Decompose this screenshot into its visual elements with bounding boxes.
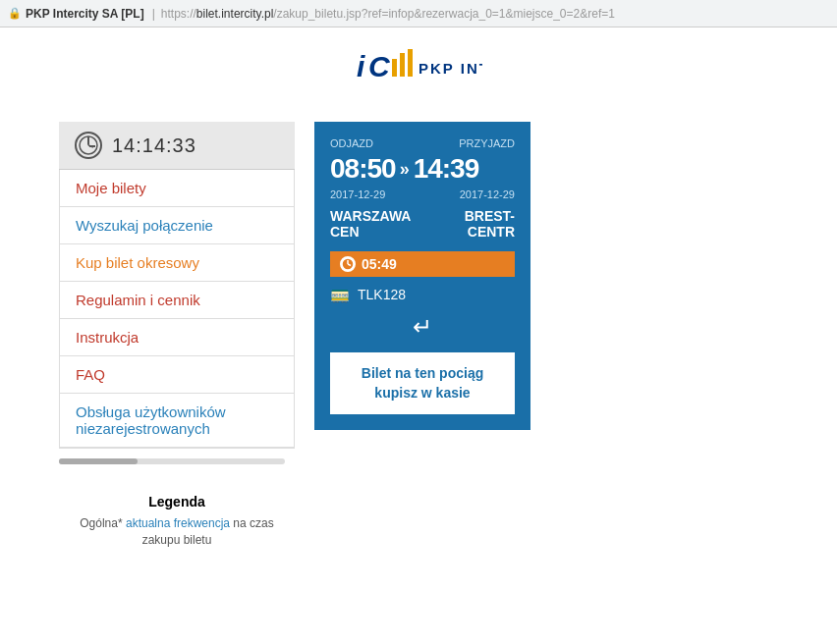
duration-time: 05:49 xyxy=(362,256,397,272)
legend-title: Legenda xyxy=(69,494,285,510)
sidebar: 14:14:33 Moje bilety Wyszukaj połączenie… xyxy=(59,122,295,549)
svg-text:i: i xyxy=(357,50,365,82)
nav-wyszukaj[interactable]: Wyszukaj połączenie xyxy=(60,207,294,244)
time-widget: 14:14:33 xyxy=(59,122,295,170)
lock-icon: 🔒 xyxy=(8,7,22,20)
train-number: TLK128 xyxy=(358,287,406,302)
clock-icon xyxy=(75,132,102,159)
departure-date: 2017-12-29 xyxy=(330,188,385,200)
url-bar[interactable]: https://bilet.intercity.pl/zakup_biletu.… xyxy=(161,7,615,21)
nav-obsluga[interactable]: Obsługa użytkowników niezarejestrowanych xyxy=(60,394,294,448)
journey-dates: 2017-12-29 2017-12-29 xyxy=(330,188,515,200)
svg-rect-2 xyxy=(392,59,397,77)
duration-clock-icon xyxy=(340,256,356,272)
main-container: 14:14:33 Moje bilety Wyszukaj połączenie… xyxy=(0,102,837,568)
departure-label: ODJAZD xyxy=(330,137,373,149)
nav-kup-bilet[interactable]: Kup bilet okresowy xyxy=(60,244,294,282)
header: i C PKP INTERCITY xyxy=(0,27,837,102)
arrival-date: 2017-12-29 xyxy=(460,188,515,200)
departure-time: 08:50 xyxy=(330,153,396,185)
buy-button[interactable]: Bilet na ten pociąg kupisz w kasie xyxy=(330,352,515,414)
nav-moje-bilety[interactable]: Moje bilety xyxy=(60,170,294,207)
url-prefix: https:// xyxy=(161,7,196,21)
legend-section: Legenda Ogólna* aktualna frekwencja na c… xyxy=(59,494,295,549)
arrival-time: 14:39 xyxy=(414,153,479,185)
nav-faq[interactable]: FAQ xyxy=(60,356,294,394)
seat-icon-area: ↵ xyxy=(330,313,515,341)
time-display: 14:14:33 xyxy=(112,134,196,157)
nav-regulamin[interactable]: Regulamin i cennik xyxy=(60,282,294,319)
arrival-label: PRZYJAZD xyxy=(459,137,515,149)
url-domain: bilet.intercity.pl xyxy=(196,7,273,21)
departure-station: WARSZAWA CEN xyxy=(330,208,429,240)
journey-times: 08:50 » 14:39 xyxy=(330,153,515,185)
journey-stations: WARSZAWA CEN BREST-CENTR xyxy=(330,208,515,240)
svg-rect-4 xyxy=(408,49,413,77)
svg-text:PKP INTERCITY: PKP INTERCITY xyxy=(418,60,482,77)
seat-symbol: ↵ xyxy=(413,313,432,341)
browser-bar: 🔒 PKP Intercity SA [PL] | https://bilet.… xyxy=(0,0,837,27)
svg-line-8 xyxy=(88,145,93,147)
right-panel: ODJAZD PRZYJAZD 08:50 » 14:39 2017-12-29… xyxy=(314,122,778,549)
site-name: PKP Intercity SA [PL] xyxy=(26,7,144,21)
nav-instrukcja[interactable]: Instrukcja xyxy=(60,319,294,356)
train-icon: 🚃 xyxy=(330,285,350,303)
legend-text: Ogólna* aktualna frekwencja na czaszakup… xyxy=(69,515,285,549)
pkp-intercity-logo: i C PKP INTERCITY xyxy=(355,45,482,88)
svg-rect-3 xyxy=(400,53,405,77)
logo: i C PKP INTERCITY xyxy=(355,45,482,88)
nav-menu: Moje bilety Wyszukaj połączenie Kup bile… xyxy=(59,170,295,449)
buy-button-line2: kupisz w kasie xyxy=(374,385,470,401)
legend-highlight: aktualna frekwencja xyxy=(126,516,230,530)
journey-arrow: » xyxy=(400,159,410,180)
url-path: /zakup_biletu.jsp?ref=infop&rezerwacja_0… xyxy=(273,7,615,21)
legend-text-plain: Ogólna* xyxy=(80,516,126,530)
svg-text:C: C xyxy=(368,50,391,82)
train-info: 🚃 TLK128 xyxy=(330,285,515,303)
journey-card: ODJAZD PRZYJAZD 08:50 » 14:39 2017-12-29… xyxy=(314,122,530,430)
scroll-bar[interactable] xyxy=(59,458,285,464)
duration-bar: 05:49 xyxy=(330,251,515,277)
buy-button-line1: Bilet na ten pociąg xyxy=(362,365,483,381)
arrival-station: BREST-CENTR xyxy=(429,208,515,240)
svg-line-11 xyxy=(348,264,351,266)
journey-header: ODJAZD PRZYJAZD xyxy=(330,137,515,149)
page: i C PKP INTERCITY xyxy=(0,27,837,568)
scroll-thumb xyxy=(59,458,138,464)
